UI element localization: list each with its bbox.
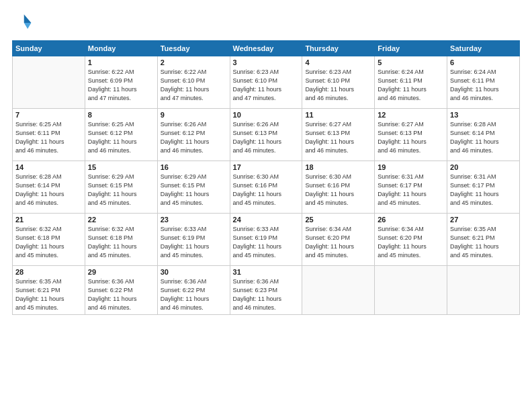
day-info: Sunrise: 6:36 AM Sunset: 6:22 PM Dayligh… xyxy=(88,277,154,312)
day-number: 8 xyxy=(88,111,154,119)
logo-icon xyxy=(12,12,34,34)
day-number: 25 xyxy=(305,216,371,224)
day-number: 7 xyxy=(15,111,82,119)
day-number: 2 xyxy=(161,58,227,66)
week-row-2: 7Sunrise: 6:25 AM Sunset: 6:11 PM Daylig… xyxy=(13,109,520,161)
day-info: Sunrise: 6:30 AM Sunset: 6:16 PM Dayligh… xyxy=(305,173,371,208)
day-info: Sunrise: 6:34 AM Sunset: 6:20 PM Dayligh… xyxy=(378,225,444,260)
calendar-cell: 18Sunrise: 6:30 AM Sunset: 6:16 PM Dayli… xyxy=(302,161,375,214)
day-number: 30 xyxy=(161,268,227,276)
calendar-cell: 7Sunrise: 6:25 AM Sunset: 6:11 PM Daylig… xyxy=(13,109,85,161)
calendar-cell: 14Sunrise: 6:28 AM Sunset: 6:14 PM Dayli… xyxy=(13,161,85,214)
day-number: 14 xyxy=(15,163,82,171)
day-info: Sunrise: 6:33 AM Sunset: 6:19 PM Dayligh… xyxy=(161,225,227,260)
day-info: Sunrise: 6:29 AM Sunset: 6:15 PM Dayligh… xyxy=(161,173,227,208)
calendar-cell: 17Sunrise: 6:30 AM Sunset: 6:16 PM Dayli… xyxy=(230,161,302,214)
day-info: Sunrise: 6:23 AM Sunset: 6:10 PM Dayligh… xyxy=(233,68,300,103)
calendar-cell: 4Sunrise: 6:23 AM Sunset: 6:10 PM Daylig… xyxy=(302,56,375,109)
day-number: 22 xyxy=(88,216,154,224)
page: SundayMondayTuesdayWednesdayThursdayFrid… xyxy=(0,0,532,411)
col-header-sunday: Sunday xyxy=(13,41,85,56)
day-info: Sunrise: 6:31 AM Sunset: 6:17 PM Dayligh… xyxy=(378,173,444,208)
day-number: 16 xyxy=(161,163,227,171)
day-number: 26 xyxy=(378,216,444,224)
week-row-1: 1Sunrise: 6:22 AM Sunset: 6:09 PM Daylig… xyxy=(13,56,520,109)
day-info: Sunrise: 6:25 AM Sunset: 6:11 PM Dayligh… xyxy=(15,120,82,155)
day-number: 6 xyxy=(450,58,517,66)
calendar-table: SundayMondayTuesdayWednesdayThursdayFrid… xyxy=(12,40,520,315)
calendar-cell: 9Sunrise: 6:26 AM Sunset: 6:12 PM Daylig… xyxy=(157,109,230,161)
day-info: Sunrise: 6:26 AM Sunset: 6:13 PM Dayligh… xyxy=(233,120,300,155)
day-number: 10 xyxy=(233,111,300,119)
calendar-cell: 8Sunrise: 6:25 AM Sunset: 6:12 PM Daylig… xyxy=(85,109,157,161)
day-number: 11 xyxy=(305,111,371,119)
day-number: 23 xyxy=(161,216,227,224)
day-number: 12 xyxy=(378,111,444,119)
calendar-cell: 11Sunrise: 6:27 AM Sunset: 6:13 PM Dayli… xyxy=(302,109,375,161)
day-info: Sunrise: 6:32 AM Sunset: 6:18 PM Dayligh… xyxy=(88,225,154,260)
calendar-cell xyxy=(13,56,85,109)
calendar-cell: 29Sunrise: 6:36 AM Sunset: 6:22 PM Dayli… xyxy=(85,266,157,315)
day-number: 15 xyxy=(88,163,154,171)
day-info: Sunrise: 6:36 AM Sunset: 6:23 PM Dayligh… xyxy=(233,277,300,312)
day-info: Sunrise: 6:30 AM Sunset: 6:16 PM Dayligh… xyxy=(233,173,300,208)
day-info: Sunrise: 6:27 AM Sunset: 6:13 PM Dayligh… xyxy=(305,120,371,155)
calendar-cell: 28Sunrise: 6:35 AM Sunset: 6:21 PM Dayli… xyxy=(13,266,85,315)
day-number: 27 xyxy=(450,216,517,224)
day-info: Sunrise: 6:22 AM Sunset: 6:09 PM Dayligh… xyxy=(88,68,154,103)
calendar-cell: 13Sunrise: 6:28 AM Sunset: 6:14 PM Dayli… xyxy=(447,109,520,161)
week-row-4: 21Sunrise: 6:32 AM Sunset: 6:18 PM Dayli… xyxy=(13,214,520,266)
calendar-header-row: SundayMondayTuesdayWednesdayThursdayFrid… xyxy=(13,41,520,56)
day-number: 24 xyxy=(233,216,300,224)
calendar-cell: 21Sunrise: 6:32 AM Sunset: 6:18 PM Dayli… xyxy=(13,214,85,266)
day-number: 1 xyxy=(88,58,154,66)
day-number: 21 xyxy=(15,216,82,224)
day-number: 13 xyxy=(450,111,517,119)
day-number: 17 xyxy=(233,163,300,171)
day-info: Sunrise: 6:35 AM Sunset: 6:21 PM Dayligh… xyxy=(450,225,517,260)
calendar-cell: 10Sunrise: 6:26 AM Sunset: 6:13 PM Dayli… xyxy=(230,109,302,161)
calendar-cell: 26Sunrise: 6:34 AM Sunset: 6:20 PM Dayli… xyxy=(375,214,447,266)
day-info: Sunrise: 6:32 AM Sunset: 6:18 PM Dayligh… xyxy=(15,225,82,260)
day-info: Sunrise: 6:26 AM Sunset: 6:12 PM Dayligh… xyxy=(161,120,227,155)
day-number: 3 xyxy=(233,58,300,66)
calendar-cell: 25Sunrise: 6:34 AM Sunset: 6:20 PM Dayli… xyxy=(302,214,375,266)
col-header-thursday: Thursday xyxy=(302,41,375,56)
day-number: 9 xyxy=(161,111,227,119)
calendar-cell: 1Sunrise: 6:22 AM Sunset: 6:09 PM Daylig… xyxy=(85,56,157,109)
header xyxy=(12,12,520,34)
day-number: 19 xyxy=(378,163,444,171)
day-number: 28 xyxy=(15,268,82,276)
logo xyxy=(12,12,36,34)
calendar-cell: 20Sunrise: 6:31 AM Sunset: 6:17 PM Dayli… xyxy=(447,161,520,214)
day-info: Sunrise: 6:28 AM Sunset: 6:14 PM Dayligh… xyxy=(450,120,517,155)
calendar-cell xyxy=(302,266,375,315)
day-info: Sunrise: 6:25 AM Sunset: 6:12 PM Dayligh… xyxy=(88,120,154,155)
day-info: Sunrise: 6:22 AM Sunset: 6:10 PM Dayligh… xyxy=(161,68,227,103)
calendar-cell: 27Sunrise: 6:35 AM Sunset: 6:21 PM Dayli… xyxy=(447,214,520,266)
week-row-3: 14Sunrise: 6:28 AM Sunset: 6:14 PM Dayli… xyxy=(13,161,520,214)
calendar-cell xyxy=(447,266,520,315)
day-number: 5 xyxy=(378,58,444,66)
calendar-cell: 19Sunrise: 6:31 AM Sunset: 6:17 PM Dayli… xyxy=(375,161,447,214)
calendar-cell: 22Sunrise: 6:32 AM Sunset: 6:18 PM Dayli… xyxy=(85,214,157,266)
day-number: 29 xyxy=(88,268,154,276)
col-header-saturday: Saturday xyxy=(447,41,520,56)
col-header-wednesday: Wednesday xyxy=(230,41,302,56)
calendar-cell xyxy=(375,266,447,315)
day-info: Sunrise: 6:27 AM Sunset: 6:13 PM Dayligh… xyxy=(378,120,444,155)
day-info: Sunrise: 6:31 AM Sunset: 6:17 PM Dayligh… xyxy=(450,173,517,208)
day-info: Sunrise: 6:33 AM Sunset: 6:19 PM Dayligh… xyxy=(233,225,300,260)
week-row-5: 28Sunrise: 6:35 AM Sunset: 6:21 PM Dayli… xyxy=(13,266,520,315)
day-info: Sunrise: 6:24 AM Sunset: 6:11 PM Dayligh… xyxy=(450,68,517,103)
svg-marker-1 xyxy=(24,23,32,29)
day-number: 31 xyxy=(233,268,300,276)
day-info: Sunrise: 6:35 AM Sunset: 6:21 PM Dayligh… xyxy=(15,277,82,312)
day-info: Sunrise: 6:29 AM Sunset: 6:15 PM Dayligh… xyxy=(88,173,154,208)
day-info: Sunrise: 6:28 AM Sunset: 6:14 PM Dayligh… xyxy=(15,173,82,208)
day-info: Sunrise: 6:23 AM Sunset: 6:10 PM Dayligh… xyxy=(305,68,371,103)
calendar-cell: 31Sunrise: 6:36 AM Sunset: 6:23 PM Dayli… xyxy=(230,266,302,315)
calendar-cell: 15Sunrise: 6:29 AM Sunset: 6:15 PM Dayli… xyxy=(85,161,157,214)
calendar-cell: 16Sunrise: 6:29 AM Sunset: 6:15 PM Dayli… xyxy=(157,161,230,214)
day-info: Sunrise: 6:34 AM Sunset: 6:20 PM Dayligh… xyxy=(305,225,371,260)
